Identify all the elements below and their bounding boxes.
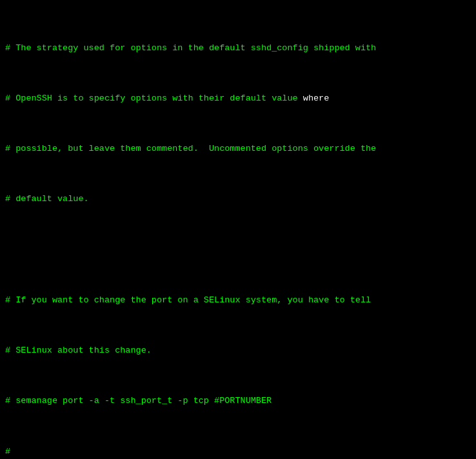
line-6: # If you want to change the port on a SE… bbox=[5, 294, 471, 307]
line-2: # OpenSSH is to specify options with the… bbox=[5, 92, 471, 105]
code-editor: # The strategy used for options in the d… bbox=[5, 4, 471, 459]
line-8: # semanage port -a -t ssh_port_t -p tcp … bbox=[5, 395, 471, 407]
line-5 bbox=[5, 244, 471, 257]
line-1: # The strategy used for options in the d… bbox=[5, 42, 471, 55]
line-7: # SELinux about this change. bbox=[5, 344, 471, 357]
line-4: # default value. bbox=[5, 193, 471, 206]
line-9: # bbox=[5, 445, 471, 458]
line-3: # possible, but leave them commented. Un… bbox=[5, 142, 471, 155]
